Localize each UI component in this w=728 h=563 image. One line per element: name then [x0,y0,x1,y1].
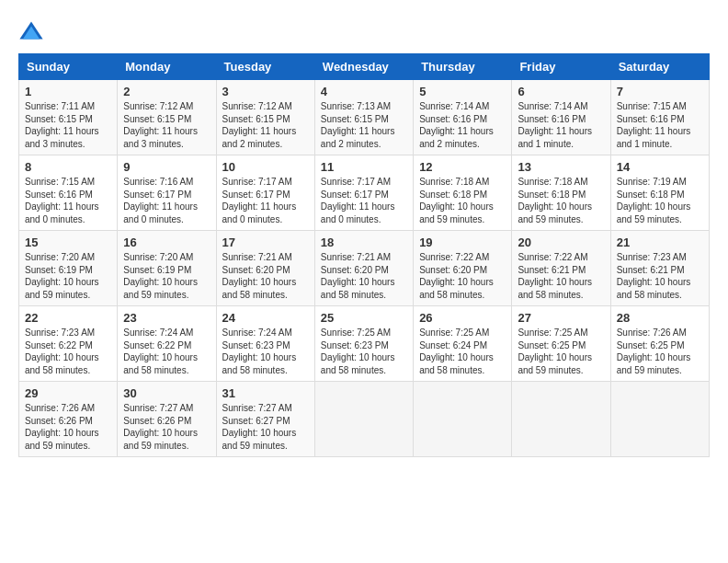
weekday-header-monday: Monday [118,54,216,80]
day-number: 19 [419,236,506,249]
day-number: 30 [123,386,210,400]
calendar-cell: 25 Sunrise: 7:25 AMSunset: 6:23 PMDaylig… [314,306,413,382]
day-info: Sunrise: 7:27 AMSunset: 6:27 PMDaylight:… [222,403,297,451]
day-number: 27 [518,311,604,325]
calendar-cell: 22 Sunrise: 7:23 AMSunset: 6:22 PMDaylig… [19,306,118,382]
day-number: 29 [25,386,111,400]
day-info: Sunrise: 7:23 AMSunset: 6:22 PMDaylight:… [25,327,99,375]
calendar-cell: 19 Sunrise: 7:22 AMSunset: 6:20 PMDaylig… [414,231,512,306]
day-number: 22 [25,311,111,325]
calendar-cell: 10 Sunrise: 7:17 AMSunset: 6:17 PMDaylig… [216,155,314,231]
day-number: 26 [419,311,506,325]
calendar-header-row: SundayMondayTuesdayWednesdayThursdayFrid… [19,54,710,80]
day-number: 21 [617,236,703,249]
calendar-cell: 20 Sunrise: 7:22 AMSunset: 6:21 PMDaylig… [512,231,610,306]
calendar-cell: 8 Sunrise: 7:15 AMSunset: 6:16 PMDayligh… [19,155,118,231]
page-header [18,18,710,44]
day-info: Sunrise: 7:15 AMSunset: 6:16 PMDaylight:… [617,101,691,149]
calendar-cell: 16 Sunrise: 7:20 AMSunset: 6:19 PMDaylig… [118,231,216,306]
day-info: Sunrise: 7:14 AMSunset: 6:16 PMDaylight:… [518,101,592,149]
day-info: Sunrise: 7:25 AMSunset: 6:23 PMDaylight:… [321,327,395,375]
day-info: Sunrise: 7:17 AMSunset: 6:17 PMDaylight:… [321,177,395,224]
day-number: 25 [321,311,407,325]
calendar-cell: 30 Sunrise: 7:27 AMSunset: 6:26 PMDaylig… [118,382,216,457]
calendar-week-2: 8 Sunrise: 7:15 AMSunset: 6:16 PMDayligh… [19,155,710,231]
logo-icon [18,18,44,44]
day-info: Sunrise: 7:23 AMSunset: 6:21 PMDaylight:… [617,252,691,300]
day-number: 1 [25,85,111,98]
day-info: Sunrise: 7:12 AMSunset: 6:15 PMDaylight:… [222,101,297,149]
weekday-header-thursday: Thursday [414,54,512,80]
day-number: 3 [222,85,309,98]
day-number: 24 [222,311,309,325]
calendar-cell [512,382,610,457]
day-number: 12 [419,160,506,174]
day-info: Sunrise: 7:12 AMSunset: 6:15 PMDaylight:… [123,101,198,149]
calendar-cell: 4 Sunrise: 7:13 AMSunset: 6:15 PMDayligh… [314,80,413,155]
day-info: Sunrise: 7:25 AMSunset: 6:24 PMDaylight:… [419,327,494,375]
calendar-week-3: 15 Sunrise: 7:20 AMSunset: 6:19 PMDaylig… [19,231,710,306]
calendar-week-5: 29 Sunrise: 7:26 AMSunset: 6:26 PMDaylig… [19,382,710,457]
calendar-cell: 1 Sunrise: 7:11 AMSunset: 6:15 PMDayligh… [19,80,118,155]
day-number: 14 [617,160,703,174]
calendar-cell: 31 Sunrise: 7:27 AMSunset: 6:27 PMDaylig… [216,382,314,457]
weekday-header-wednesday: Wednesday [314,54,413,80]
day-number: 17 [222,236,309,249]
calendar-cell: 23 Sunrise: 7:24 AMSunset: 6:22 PMDaylig… [118,306,216,382]
day-info: Sunrise: 7:18 AMSunset: 6:18 PMDaylight:… [518,177,592,224]
day-number: 2 [123,85,210,98]
day-info: Sunrise: 7:14 AMSunset: 6:16 PMDaylight:… [419,101,494,149]
calendar-cell [314,382,413,457]
calendar-cell: 17 Sunrise: 7:21 AMSunset: 6:20 PMDaylig… [216,231,314,306]
calendar-cell: 26 Sunrise: 7:25 AMSunset: 6:24 PMDaylig… [414,306,512,382]
calendar-cell: 2 Sunrise: 7:12 AMSunset: 6:15 PMDayligh… [118,80,216,155]
calendar-cell: 21 Sunrise: 7:23 AMSunset: 6:21 PMDaylig… [610,231,709,306]
day-info: Sunrise: 7:22 AMSunset: 6:20 PMDaylight:… [419,252,494,300]
calendar-cell: 24 Sunrise: 7:24 AMSunset: 6:23 PMDaylig… [216,306,314,382]
day-number: 7 [617,85,703,98]
weekday-header-friday: Friday [512,54,610,80]
calendar-cell: 15 Sunrise: 7:20 AMSunset: 6:19 PMDaylig… [19,231,118,306]
calendar-cell: 7 Sunrise: 7:15 AMSunset: 6:16 PMDayligh… [610,80,709,155]
day-info: Sunrise: 7:21 AMSunset: 6:20 PMDaylight:… [222,252,297,300]
calendar-week-4: 22 Sunrise: 7:23 AMSunset: 6:22 PMDaylig… [19,306,710,382]
calendar-week-1: 1 Sunrise: 7:11 AMSunset: 6:15 PMDayligh… [19,80,710,155]
day-info: Sunrise: 7:16 AMSunset: 6:17 PMDaylight:… [123,177,198,224]
calendar-cell: 13 Sunrise: 7:18 AMSunset: 6:18 PMDaylig… [512,155,610,231]
day-number: 11 [321,160,407,174]
day-number: 20 [518,236,604,249]
day-number: 18 [321,236,407,249]
calendar-cell: 5 Sunrise: 7:14 AMSunset: 6:16 PMDayligh… [414,80,512,155]
calendar-cell: 18 Sunrise: 7:21 AMSunset: 6:20 PMDaylig… [314,231,413,306]
day-number: 8 [25,160,111,174]
day-info: Sunrise: 7:21 AMSunset: 6:20 PMDaylight:… [321,252,395,300]
day-info: Sunrise: 7:24 AMSunset: 6:22 PMDaylight:… [123,327,198,375]
day-info: Sunrise: 7:25 AMSunset: 6:25 PMDaylight:… [518,327,592,375]
calendar-cell [610,382,709,457]
day-info: Sunrise: 7:26 AMSunset: 6:26 PMDaylight:… [25,403,99,451]
day-info: Sunrise: 7:11 AMSunset: 6:15 PMDaylight:… [25,101,99,149]
weekday-header-tuesday: Tuesday [216,54,314,80]
day-info: Sunrise: 7:17 AMSunset: 6:17 PMDaylight:… [222,177,297,224]
day-info: Sunrise: 7:26 AMSunset: 6:25 PMDaylight:… [617,327,691,375]
calendar-cell: 6 Sunrise: 7:14 AMSunset: 6:16 PMDayligh… [512,80,610,155]
day-number: 6 [518,85,604,98]
day-number: 13 [518,160,604,174]
calendar-cell: 12 Sunrise: 7:18 AMSunset: 6:18 PMDaylig… [414,155,512,231]
calendar-cell: 28 Sunrise: 7:26 AMSunset: 6:25 PMDaylig… [610,306,709,382]
day-info: Sunrise: 7:27 AMSunset: 6:26 PMDaylight:… [123,403,198,451]
day-info: Sunrise: 7:18 AMSunset: 6:18 PMDaylight:… [419,177,494,224]
day-info: Sunrise: 7:15 AMSunset: 6:16 PMDaylight:… [25,177,99,224]
day-info: Sunrise: 7:13 AMSunset: 6:15 PMDaylight:… [321,101,395,149]
day-info: Sunrise: 7:20 AMSunset: 6:19 PMDaylight:… [123,252,198,300]
day-info: Sunrise: 7:24 AMSunset: 6:23 PMDaylight:… [222,327,297,375]
day-info: Sunrise: 7:22 AMSunset: 6:21 PMDaylight:… [518,252,592,300]
calendar-cell: 3 Sunrise: 7:12 AMSunset: 6:15 PMDayligh… [216,80,314,155]
day-number: 23 [123,311,210,325]
calendar-cell: 29 Sunrise: 7:26 AMSunset: 6:26 PMDaylig… [19,382,118,457]
calendar-cell: 11 Sunrise: 7:17 AMSunset: 6:17 PMDaylig… [314,155,413,231]
day-number: 5 [419,85,506,98]
calendar-cell: 27 Sunrise: 7:25 AMSunset: 6:25 PMDaylig… [512,306,610,382]
calendar-cell: 9 Sunrise: 7:16 AMSunset: 6:17 PMDayligh… [118,155,216,231]
calendar-table: SundayMondayTuesdayWednesdayThursdayFrid… [18,53,710,457]
